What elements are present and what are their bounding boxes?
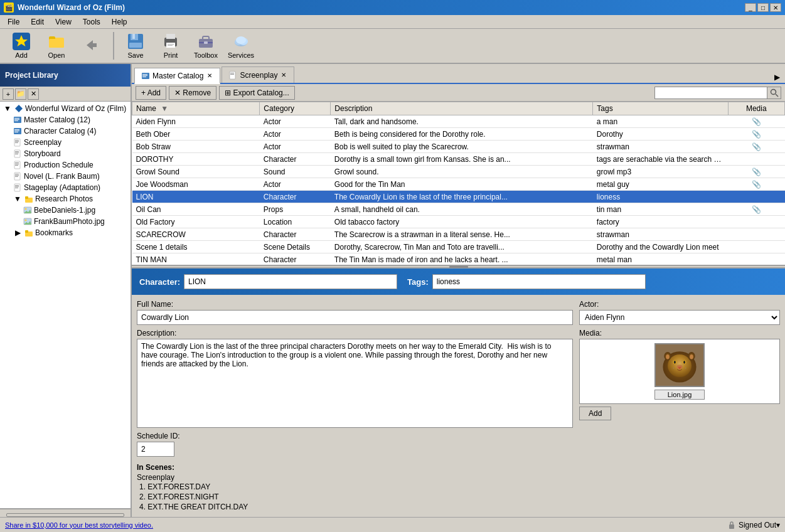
sidebar-folder-button[interactable]: 📁 <box>15 88 26 100</box>
character-input[interactable] <box>184 274 397 289</box>
table-row[interactable]: Growl Sound Sound Growl sound. growl mp3… <box>132 166 785 178</box>
svg-point-79 <box>673 368 675 369</box>
menu-view[interactable]: View <box>50 16 77 28</box>
add-media-button[interactable]: Add <box>579 407 611 420</box>
tab-master-catalog-close[interactable]: ✕ <box>206 72 213 79</box>
full-name-label: Full Name: <box>137 300 573 309</box>
schedule-id-input[interactable] <box>137 442 174 457</box>
tags-input[interactable] <box>432 274 646 289</box>
catalog-table: Name ▼ Category Description Tags Media A… <box>132 102 785 265</box>
open-button[interactable]: Open <box>40 31 73 61</box>
col-header-media[interactable]: Media <box>728 102 784 115</box>
table-row[interactable]: Old Factory Location Old tabacco factory… <box>132 216 785 228</box>
export-catalog-label: ⊞ Export Catalog... <box>225 88 289 97</box>
svg-rect-25 <box>14 119 19 120</box>
table-row[interactable]: DOROTHY Character Dorothy is a small tow… <box>132 153 785 166</box>
svg-line-69 <box>776 94 778 97</box>
description-textarea[interactable] <box>137 339 573 428</box>
sidebar-add-button[interactable]: + <box>3 88 14 100</box>
table-row[interactable]: SCARECROW Character The Scarecrow is a s… <box>132 228 785 241</box>
main-layout: Project Library + 📁 ✕ ▼ Wonderful Wizard… <box>0 64 785 517</box>
search-button[interactable] <box>767 87 781 99</box>
col-header-tags[interactable]: Tags <box>593 102 728 115</box>
sidebar-item-production-schedule[interactable]: Production Schedule <box>0 159 131 171</box>
sidebar-item-frank-baum[interactable]: FrankBaumPhoto.jpg <box>0 216 131 227</box>
col-header-name[interactable]: Name ▼ <box>132 102 260 115</box>
svg-rect-32 <box>15 140 19 141</box>
sidebar-item-storyboard[interactable]: Storyboard <box>0 148 131 159</box>
sidebar-item-root[interactable]: ▼ Wonderful Wizard of Oz (Film) <box>0 103 131 114</box>
table-row[interactable]: TIN MAN Character The Tin Man is made of… <box>132 253 785 265</box>
svg-rect-42 <box>15 165 18 166</box>
menu-edit[interactable]: Edit <box>26 16 49 28</box>
export-catalog-button[interactable]: ⊞ Export Catalog... <box>219 86 295 100</box>
add-button[interactable]: Add <box>5 31 38 61</box>
menu-tools[interactable]: Tools <box>78 16 105 28</box>
table-row[interactable]: Aiden Flynn Actor Tall, dark and handsom… <box>132 115 785 128</box>
app-icon: 🎬 <box>4 3 14 13</box>
minimize-button[interactable]: _ <box>745 3 756 12</box>
menu-file[interactable]: File <box>3 16 24 28</box>
svg-rect-66 <box>230 73 234 73</box>
image-icon <box>23 205 33 215</box>
table-row[interactable]: Oil Can Props A small, handheld oil can.… <box>132 203 785 216</box>
add-catalog-button[interactable]: + Add <box>136 86 166 100</box>
sidebar-item-research-photos[interactable]: ▼ Research Photos <box>0 193 131 205</box>
svg-rect-52 <box>25 196 28 199</box>
full-name-input[interactable] <box>137 310 573 325</box>
svg-point-76 <box>683 361 685 364</box>
sidebar-item-character-catalog[interactable]: Character Catalog (4) <box>0 125 131 137</box>
character-field-group: Character: <box>139 274 397 289</box>
detail-right: Actor: Aiden Flynn Beth Ober Bob Straw J… <box>579 300 780 512</box>
table-row[interactable]: Beth Ober Actor Beth is being considered… <box>132 128 785 141</box>
sidebar-item-master-catalog[interactable]: Master Catalog (12) <box>0 114 131 125</box>
print-button[interactable]: Print <box>154 31 187 61</box>
tab-list-icon <box>141 72 150 80</box>
add-label: Add <box>15 51 28 59</box>
toolbox-button[interactable]: Toolbox <box>190 31 222 61</box>
table-row[interactable]: Scene 1 details Scene Details Dorothy, S… <box>132 241 785 253</box>
actor-select[interactable]: Aiden Flynn Beth Ober Bob Straw Joe Wood… <box>579 310 780 325</box>
signed-out: Signed Out▾ <box>727 521 780 529</box>
svg-rect-8 <box>129 43 142 48</box>
sidebar-item-stageplay[interactable]: Stageplay (Adaptation) <box>0 182 131 193</box>
tab-screenplay-close[interactable]: ✕ <box>280 72 287 78</box>
in-scenes-label: In Scenes: <box>137 463 573 472</box>
sidebar-item-root-label: Wonderful Wizard of Oz (Film) <box>25 104 126 113</box>
svg-rect-48 <box>15 185 19 186</box>
folder-closed-icon <box>24 194 34 204</box>
status-link[interactable]: Share in $10,000 for your best storytell… <box>5 521 153 529</box>
sidebar-close-button[interactable]: ✕ <box>28 88 39 100</box>
svg-rect-85 <box>729 524 734 529</box>
remove-catalog-label: ✕ Remove <box>174 88 211 97</box>
svg-point-75 <box>674 361 676 364</box>
search-input[interactable] <box>654 87 767 99</box>
tab-master-catalog[interactable]: Master Catalog ✕ <box>134 68 220 84</box>
services-button[interactable]: Services <box>225 31 257 61</box>
tab-screenplay[interactable]: Screenplay ✕ <box>222 66 294 83</box>
sidebar-item-bookmarks[interactable]: ▶ Bookmarks <box>0 227 131 238</box>
close-button[interactable]: ✕ <box>770 3 781 12</box>
table-row[interactable]: LION Character The Cowardly Lion is the … <box>132 191 785 203</box>
tab-bar: Master Catalog ✕ Screenplay ✕ ▶ <box>132 64 785 84</box>
tab-scroll-button[interactable]: ▶ <box>772 72 782 83</box>
maximize-button[interactable]: □ <box>757 3 769 12</box>
doc-icon-5 <box>13 183 23 193</box>
save-button[interactable]: Save <box>119 31 152 61</box>
table-row[interactable]: Bob Straw Actor Bob is well suited to pl… <box>132 141 785 153</box>
status-bar: Share in $10,000 for your best storytell… <box>0 517 785 532</box>
back-button[interactable] <box>75 31 108 61</box>
sidebar-item-bebe-daniels[interactable]: BebeDaniels-1.jpg <box>0 205 131 216</box>
remove-catalog-button[interactable]: ✕ Remove <box>169 86 216 100</box>
sidebar-item-novel[interactable]: Novel (L. Frank Baum) <box>0 171 131 182</box>
col-header-category[interactable]: Category <box>260 102 331 115</box>
content-area: Master Catalog ✕ Screenplay ✕ ▶ + Add <box>132 64 785 517</box>
sidebar-item-screenplay[interactable]: Screenplay <box>0 137 131 148</box>
menu-help[interactable]: Help <box>107 16 132 28</box>
table-row[interactable]: Joe Woodsman Actor Good for the Tin Man … <box>132 178 785 191</box>
col-header-description[interactable]: Description <box>331 102 593 115</box>
detail-left: Full Name: Description: Schedule ID: In … <box>137 300 573 512</box>
svg-point-21 <box>236 36 246 44</box>
media-thumbnail[interactable] <box>654 343 705 387</box>
svg-rect-40 <box>15 162 19 163</box>
